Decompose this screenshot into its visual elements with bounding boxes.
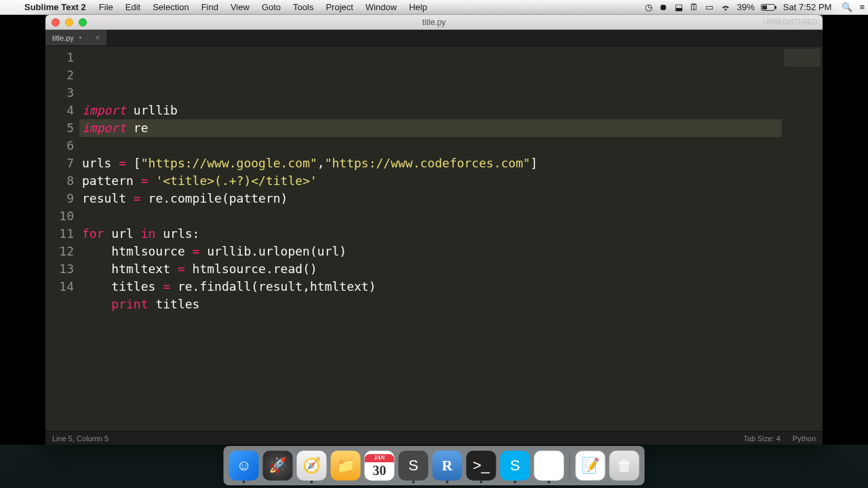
- tab-close-icon[interactable]: ×: [95, 33, 100, 43]
- battery-percent[interactable]: 39%: [737, 2, 755, 12]
- battery-icon[interactable]: [761, 3, 777, 12]
- tab-label: title.py: [52, 34, 74, 42]
- code-line[interactable]: [82, 137, 782, 155]
- dock-sublime-icon[interactable]: S: [399, 451, 429, 481]
- code-line[interactable]: import re: [82, 119, 782, 137]
- code-line[interactable]: [82, 331, 782, 348]
- code-line[interactable]: htmlsource = urllib.urlopen(url): [82, 243, 782, 260]
- code-line[interactable]: [82, 207, 782, 225]
- dock-trash-icon[interactable]: 🗑: [610, 451, 639, 481]
- dock: ☺🚀🧭📁JAN30SR>_S▲ 📝🗑: [224, 446, 645, 485]
- code-line[interactable]: htmltext = htmlsource.read(): [82, 260, 782, 278]
- menubar-clock[interactable]: Sat 7:52 PM: [783, 2, 832, 12]
- menu-tools[interactable]: Tools: [293, 2, 313, 12]
- code-line[interactable]: result = re.compile(pattern): [82, 190, 782, 207]
- menu-window[interactable]: Window: [366, 2, 397, 12]
- clock-menu-icon[interactable]: ◷: [645, 2, 652, 12]
- menu-find[interactable]: Find: [201, 2, 218, 12]
- screen-record-icon[interactable]: ⏺: [659, 2, 668, 12]
- menu-file[interactable]: File: [99, 2, 113, 12]
- menu-project[interactable]: Project: [326, 2, 353, 12]
- dock-safari-icon[interactable]: 🧭: [297, 451, 327, 481]
- dock-terminal-icon[interactable]: >_: [467, 451, 496, 481]
- minimap-viewport[interactable]: [785, 49, 820, 66]
- menu-help[interactable]: Help: [409, 2, 427, 12]
- editor-area[interactable]: 1234567891011121314 import urllibimport …: [45, 46, 823, 431]
- menu-view[interactable]: View: [231, 2, 250, 12]
- traffic-lights: [52, 18, 87, 26]
- tab-dirty-icon: •: [79, 34, 82, 41]
- code-line[interactable]: urls = ["https://www.google.com","https:…: [82, 155, 782, 172]
- line-gutter: 1234567891011121314: [45, 46, 79, 431]
- spotlight-icon[interactable]: 🔍: [842, 2, 852, 12]
- menu-edit[interactable]: Edit: [125, 2, 140, 12]
- dock-folder-icon[interactable]: 📁: [331, 451, 361, 481]
- display-icon[interactable]: ▭: [705, 2, 713, 12]
- window-titlebar[interactable]: title.py UNREGISTERED: [45, 15, 823, 30]
- menu-goto[interactable]: Goto: [262, 2, 281, 12]
- letterbox-right: [823, 15, 868, 445]
- app-name[interactable]: Sublime Text 2: [24, 2, 86, 12]
- minimize-button[interactable]: [65, 18, 73, 26]
- letterbox-left: [0, 15, 45, 445]
- dock-rstudio-icon[interactable]: R: [433, 451, 462, 481]
- maximize-button[interactable]: [79, 18, 87, 26]
- status-line-col[interactable]: Line 5, Column 5: [52, 434, 108, 443]
- unregistered-label: UNREGISTERED: [764, 18, 817, 26]
- code-line[interactable]: print titles: [82, 296, 782, 313]
- dock-vlc-icon[interactable]: ▲: [534, 451, 564, 481]
- dropbox-icon[interactable]: ⬓: [675, 2, 683, 12]
- notification-center-icon[interactable]: ≡: [859, 2, 865, 12]
- dock-separator: [570, 452, 570, 479]
- code-editor[interactable]: import urllibimport re urls = ["https://…: [79, 46, 782, 431]
- date-icon[interactable]: 🗓: [690, 2, 698, 12]
- tab-bar: title.py • ×: [45, 30, 823, 46]
- minimap[interactable]: [782, 46, 823, 431]
- code-line[interactable]: pattern = '<title>(.+?)</title>': [82, 172, 782, 190]
- code-line[interactable]: titles = re.findall(result,htmltext): [82, 278, 782, 296]
- dock-skype-icon[interactable]: S: [500, 451, 530, 481]
- dock-finder-icon[interactable]: ☺: [229, 451, 259, 481]
- menubar: Sublime Text 2 FileEditSelectionFindView…: [0, 0, 868, 15]
- status-tab-size[interactable]: Tab Size: 4: [743, 434, 780, 443]
- editor-window: title.py UNREGISTERED title.py • × 12345…: [45, 15, 823, 445]
- code-line[interactable]: import urllib: [82, 102, 782, 119]
- svg-rect-2: [762, 5, 767, 9]
- dock-textedit-icon[interactable]: 📝: [576, 451, 606, 481]
- close-button[interactable]: [52, 18, 60, 26]
- dock-launchpad-icon[interactable]: 🚀: [263, 451, 293, 481]
- wifi-icon[interactable]: [720, 3, 731, 12]
- svg-rect-1: [775, 6, 776, 9]
- tab-title-py[interactable]: title.py • ×: [45, 30, 107, 45]
- code-line[interactable]: [82, 313, 782, 331]
- status-language[interactable]: Python: [793, 434, 816, 443]
- status-bar: Line 5, Column 5 Tab Size: 4 Python: [45, 431, 823, 445]
- window-title: title.py: [45, 18, 823, 27]
- menu-selection[interactable]: Selection: [153, 2, 189, 12]
- dock-calendar-icon[interactable]: JAN30: [365, 451, 395, 481]
- code-line[interactable]: for url in urls:: [82, 225, 782, 243]
